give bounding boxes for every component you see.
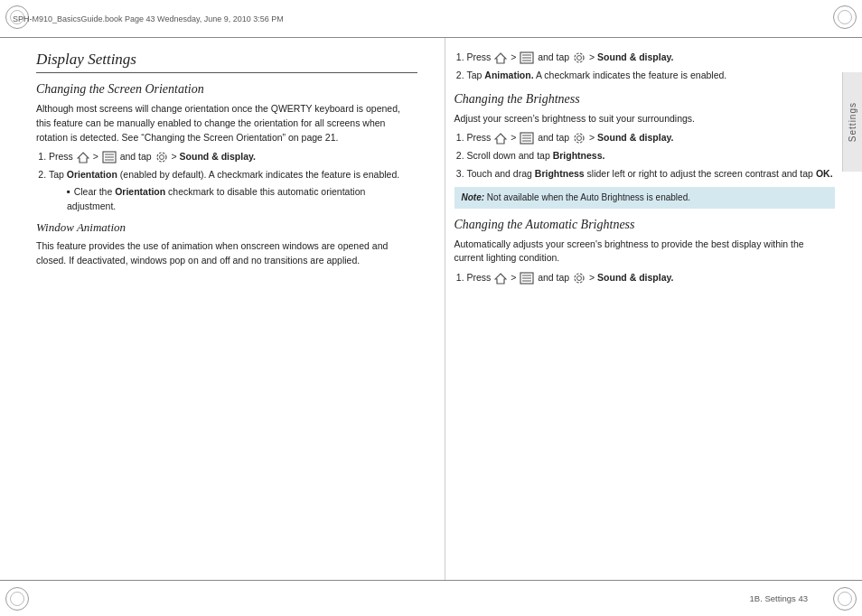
svg-marker-14 [495,134,506,144]
header-label: SPH-M910_BasicsGuide.book Page 43 Wednes… [13,14,284,23]
footer-page-info: 1B. Settings 43 [750,593,808,603]
svg-point-5 [159,155,164,160]
bright-step-3: Touch and drag Brightness slider left or… [467,167,836,182]
brightness-title: Changing the Brightness [454,92,836,107]
auto-brightness-body: Automatically adjusts your screen's brig… [454,238,836,266]
bullet-list: Clear the Orientation checkmark to disab… [49,185,417,214]
svg-point-26 [577,276,582,281]
svg-point-6 [157,153,166,162]
note-label: Note: [462,192,485,202]
svg-point-19 [577,136,582,141]
page-container: SPH-M910_BasicsGuide.book Page 43 Wednes… [0,0,862,616]
bullet-item-1: Clear the Orientation checkmark to disab… [67,185,417,214]
note-text: Not available when the Auto Brightness i… [487,192,690,202]
menu-icon-b1 [520,132,534,145]
auto-brightness-steps: Press > and tap [454,271,836,285]
menu-icon [102,151,117,163]
menu-icon-r1 [520,51,534,64]
bottom-bar: 1B. Settings 43 [0,580,862,616]
gear-icon [155,151,168,163]
settings-tab-label: Settings [848,102,857,142]
svg-marker-7 [495,53,506,63]
brightness-steps: Press > and tap [454,131,836,181]
main-content: Display Settings Changing the Screen Ori… [36,38,835,580]
anim-step-1: Press > and tap [467,51,836,65]
home-icon-ab1 [494,272,507,285]
bright-step-1: Press > and tap [467,131,836,145]
menu-icon-ab1 [520,272,534,285]
svg-point-12 [577,56,582,61]
left-column: Display Settings Changing the Screen Ori… [36,38,426,580]
bright-step-2: Scroll down and tap Brightness. [467,149,836,163]
anim-step-2: Tap Animation. A checkmark indicates the… [467,69,836,83]
home-icon-b1 [494,132,507,145]
svg-marker-21 [495,274,506,284]
step-1: Press > and tap [49,150,417,164]
step-2: Tap Orientation (enabled by default). A … [49,168,417,213]
top-bar: SPH-M910_BasicsGuide.book Page 43 Wednes… [0,0,862,38]
svg-point-20 [575,134,584,143]
auto-brightness-title: Changing the Automatic Brightness [454,218,836,232]
home-icon [77,151,89,163]
auto-bright-step-1: Press > and tap [467,271,836,285]
right-column: Press > and tap [445,38,836,580]
page-title: Display Settings [36,51,417,73]
svg-marker-0 [78,153,89,163]
section1-steps: Press > and tap [36,150,417,213]
window-anim-steps: Press > and tap [454,51,836,83]
settings-tab: Settings [842,72,862,172]
gear-icon-b1 [573,132,586,145]
section2-body: This feature provides the use of animati… [36,239,417,268]
gear-icon-r1 [573,51,586,64]
section1-title: Changing the Screen Orientation [36,82,417,97]
section1-body: Although most screens will change orient… [36,102,417,145]
home-icon-r1 [494,51,507,64]
svg-point-27 [575,274,584,283]
section2-title: Window Animation [36,220,417,235]
gear-icon-ab1 [573,272,586,285]
svg-point-13 [575,53,584,62]
brightness-body: Adjust your screen’s brightness to suit … [454,112,836,126]
note-box: Note: Not available when the Auto Bright… [454,187,836,209]
